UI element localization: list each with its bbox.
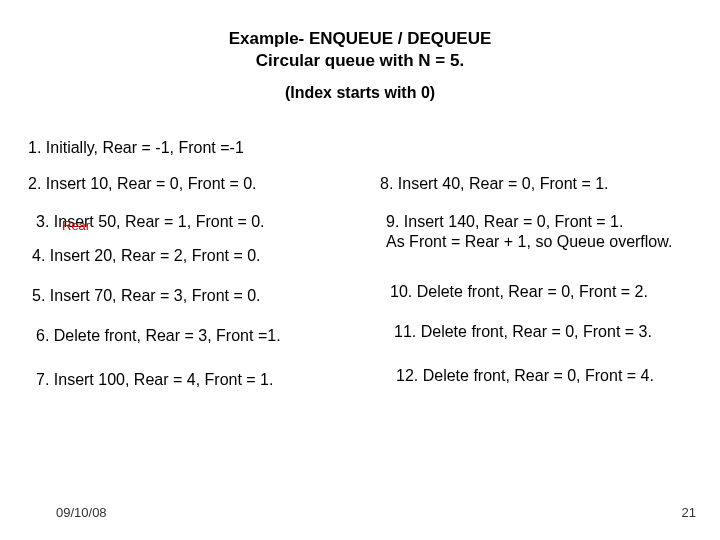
step-10: 10. Delete front, Rear = 0, Front = 2.: [390, 282, 648, 302]
footer-page: 21: [682, 505, 696, 520]
step-7: 7. Insert 100, Rear = 4, Front = 1.: [36, 370, 273, 390]
step-6: 6. Delete front, Rear = 3, Front =1.: [36, 326, 281, 346]
step-8: 8. Insert 40, Rear = 0, Front = 1.: [380, 174, 609, 194]
title-line-2: Circular queue with N = 5.: [256, 51, 464, 70]
step-5: 5. Insert 70, Rear = 3, Front = 0.: [32, 286, 261, 306]
slide-title: Example- ENQUEUE / DEQUEUE Circular queu…: [0, 28, 720, 72]
step-11: 11. Delete front, Rear = 0, Front = 3.: [394, 322, 652, 342]
step-2: 2. Insert 10, Rear = 0, Front = 0.: [28, 174, 257, 194]
step-4: 4. Insert 20, Rear = 2, Front = 0.: [32, 246, 261, 266]
slide: Example- ENQUEUE / DEQUEUE Circular queu…: [0, 0, 720, 540]
step-1: 1. Initially, Rear = -1, Front =-1: [28, 138, 244, 158]
step-9: 9. Insert 140, Rear = 0, Front = 1. As F…: [386, 212, 716, 252]
footer-date: 09/10/08: [56, 505, 107, 520]
slide-subtitle: (Index starts with 0): [0, 84, 720, 102]
rear-annotation: Rear: [62, 218, 90, 233]
step-12: 12. Delete front, Rear = 0, Front = 4.: [396, 366, 654, 386]
title-line-1: Example- ENQUEUE / DEQUEUE: [229, 29, 492, 48]
